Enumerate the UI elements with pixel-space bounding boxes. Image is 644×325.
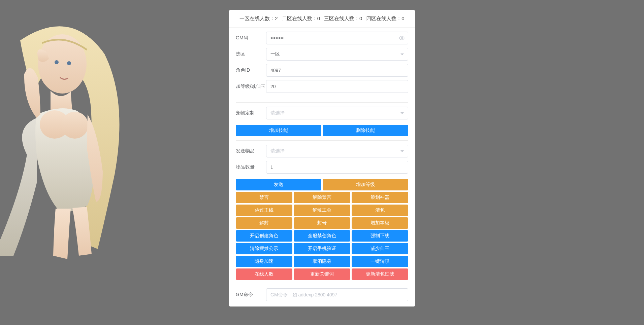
unban-button[interactable]: 解封 (236, 217, 292, 229)
role-id-input[interactable] (266, 64, 408, 77)
pet-custom-select[interactable]: 请选择 (266, 107, 408, 119)
gm-code-label: GM码 (236, 35, 266, 41)
ban-button[interactable]: 封号 (294, 217, 350, 229)
eye-icon[interactable] (399, 35, 405, 41)
online-stats-bar: 一区在线人数：2 二区在线人数：0 三区在线人数：0 四区在线人数：0 (229, 10, 415, 28)
cancel-stealth-button[interactable]: 取消隐身 (294, 256, 350, 267)
mute-button[interactable]: 禁言 (236, 192, 292, 203)
clear-bag-button[interactable]: 清包 (352, 205, 408, 216)
add-skill-button[interactable]: 增加技能 (236, 125, 321, 136)
chevron-down-icon (400, 53, 404, 55)
level-input[interactable] (266, 80, 408, 93)
add-level-button[interactable]: 增加等级 (323, 179, 408, 190)
delete-skill-button[interactable]: 删除技能 (323, 125, 408, 136)
update-clear-filter-button[interactable]: 更新清包过滤 (352, 268, 408, 280)
send-item-label: 发送物品 (236, 148, 266, 154)
role-id-label: 角色ID (236, 67, 266, 73)
reduce-xianyu-button[interactable]: 减少仙玉 (352, 243, 408, 254)
planner-artifact-button[interactable]: 策划神器 (352, 192, 408, 203)
stealth-speedup-button[interactable]: 隐身加速 (236, 256, 292, 267)
send-item-select[interactable]: 请选择 (266, 145, 408, 157)
item-qty-input[interactable] (266, 161, 408, 174)
svg-point-5 (401, 37, 403, 39)
item-qty-label: 物品数量 (236, 164, 266, 170)
open-phone-verify-button[interactable]: 开启手机验证 (294, 243, 350, 254)
clear-marquee-button[interactable]: 清除摆摊公示 (236, 243, 292, 254)
open-create-role-button[interactable]: 开启创建角色 (236, 230, 292, 242)
gm-cmd-input[interactable] (266, 288, 408, 301)
online-count-button[interactable]: 在线人数 (236, 268, 292, 280)
chevron-down-icon (400, 112, 404, 114)
gm-cmd-label: GM命令 (236, 292, 266, 298)
zone-select[interactable]: 一区 (266, 48, 408, 61)
gm-code-input[interactable] (266, 32, 408, 44)
page-scroll[interactable]: 一区在线人数：2 二区在线人数：0 三区在线人数：0 四区在线人数：0 GM码 … (0, 0, 644, 325)
disband-guild-button[interactable]: 解散工会 (294, 205, 350, 216)
pet-custom-label: 宠物定制 (236, 110, 266, 116)
send-button[interactable]: 发送 (236, 179, 321, 190)
add-level2-button[interactable]: 增加等级 (352, 217, 408, 229)
chevron-down-icon (400, 150, 404, 152)
update-keywords-button[interactable]: 更新关键词 (294, 268, 350, 280)
skip-mainline-button[interactable]: 跳过主线 (236, 205, 292, 216)
unmute-button[interactable]: 解除禁言 (294, 192, 350, 203)
zone-label: 选区 (236, 51, 266, 57)
one-key-transfer-button[interactable]: 一键转职 (352, 256, 408, 267)
admin-panel: 一区在线人数：2 二区在线人数：0 三区在线人数：0 四区在线人数：0 GM码 … (229, 10, 415, 306)
force-offline-button[interactable]: 强制下线 (352, 230, 408, 242)
global-ban-create-button[interactable]: 全服禁创角色 (294, 230, 350, 242)
level-label: 加等级/减仙玉 (236, 83, 266, 89)
